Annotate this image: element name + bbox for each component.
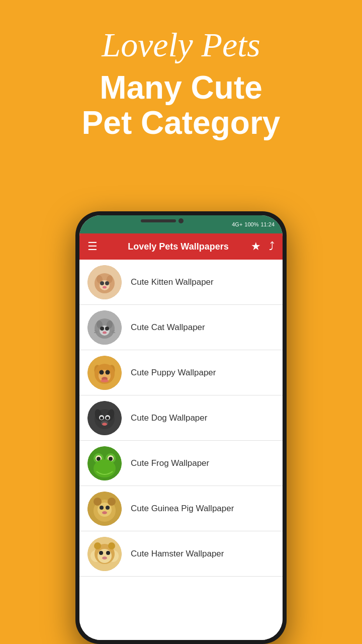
item-label-frog: Cute Frog Wallpaper (131, 458, 209, 468)
signal-indicator: 4G+ (232, 221, 242, 227)
svg-point-14 (105, 327, 109, 331)
svg-point-54 (108, 498, 116, 506)
svg-point-59 (98, 549, 112, 563)
time-display: 11:24 (260, 221, 275, 227)
item-label-kitten: Cute Kitten Wallpaper (131, 277, 214, 287)
svg-point-61 (106, 551, 110, 555)
list-item[interactable]: Cute Kitten Wallpaper (79, 260, 283, 305)
svg-point-36 (106, 417, 109, 420)
favorite-icon[interactable]: ★ (251, 240, 261, 253)
list-item[interactable]: Cute Frog Wallpaper (79, 441, 283, 486)
svg-point-63 (94, 542, 101, 549)
item-label-guinea: Cute Guinea Pig Wallpaper (131, 504, 234, 514)
svg-point-15 (103, 331, 107, 334)
list-item[interactable]: Cute Cat Wallpaper (79, 305, 283, 350)
item-label-hamster: Cute Hamster Wallpaper (131, 549, 224, 559)
wallpaper-list: Cute Kitten Wallpaper (79, 260, 283, 640)
svg-point-7 (103, 286, 107, 288)
status-icons: 4G+ 100% 11:24 (232, 221, 275, 227)
list-item[interactable]: Cute Hamster Wallpaper (79, 531, 283, 577)
svg-point-38 (102, 423, 107, 426)
svg-point-5 (100, 281, 104, 285)
item-label-puppy: Cute Puppy Wallpaper (131, 368, 216, 378)
toolbar-title: Lovely Pets Wallpapers (106, 242, 251, 252)
list-item[interactable]: Cute Dog Wallpaper (79, 395, 283, 441)
background: Lovely Pets Many Cute Pet Category 4G+ 1… (0, 0, 362, 644)
avatar-guinea (87, 492, 122, 526)
avatar-kitten (87, 265, 122, 299)
app-toolbar: ☰ Lovely Pets Wallpapers ★ ⤴ (79, 233, 283, 260)
camera-notch (178, 218, 184, 223)
header-section: Lovely Pets Many Cute Pet Category (0, 0, 362, 156)
item-label-dog: Cute Dog Wallpaper (131, 413, 207, 423)
menu-icon[interactable]: ☰ (87, 240, 98, 253)
svg-point-50 (100, 506, 104, 510)
phone-mockup: 4G+ 100% 11:24 ☰ Lovely Pets Wallpapers … (75, 211, 287, 644)
svg-point-64 (108, 542, 115, 549)
app-title-script: Lovely Pets (0, 25, 362, 65)
avatar-dog (87, 401, 122, 435)
svg-point-26 (106, 370, 110, 374)
svg-point-13 (100, 327, 104, 331)
svg-point-25 (100, 370, 104, 374)
list-item[interactable]: Cute Guinea Pig Wallpaper (79, 486, 283, 531)
speaker-notch (141, 219, 176, 222)
svg-point-6 (105, 281, 109, 285)
list-item[interactable]: Cute Puppy Wallpaper (79, 350, 283, 395)
avatar-cat (87, 310, 122, 345)
svg-point-35 (100, 417, 103, 420)
svg-point-51 (106, 506, 110, 510)
avatar-puppy (87, 356, 122, 390)
avatar-hamster (87, 537, 122, 571)
toolbar-action-icons: ★ ⤴ (251, 240, 275, 253)
battery-indicator: 100% (244, 221, 258, 227)
phone-screen: 4G+ 100% 11:24 ☰ Lovely Pets Wallpapers … (79, 215, 283, 640)
phone-shell: 4G+ 100% 11:24 ☰ Lovely Pets Wallpapers … (75, 211, 287, 644)
svg-point-52 (102, 511, 107, 514)
item-label-cat: Cute Cat Wallpaper (131, 323, 205, 333)
svg-point-60 (99, 551, 103, 555)
svg-point-28 (101, 379, 109, 382)
avatar-frog (87, 446, 122, 480)
svg-point-53 (94, 498, 102, 506)
app-subtitle: Many Cute Pet Category (0, 70, 362, 141)
share-icon[interactable]: ⤴ (269, 240, 275, 253)
svg-point-62 (102, 556, 107, 559)
